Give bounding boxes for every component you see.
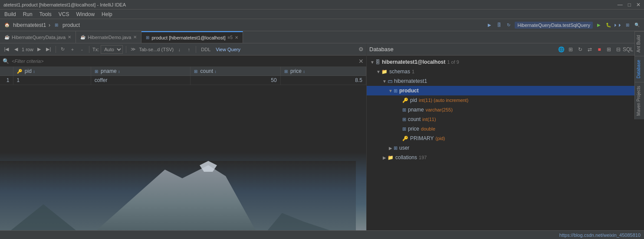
db-stop-icon[interactable]: ■ bbox=[595, 46, 603, 53]
tab-close-button[interactable]: ✕ bbox=[68, 35, 71, 39]
db-sync-icon[interactable]: ⇄ bbox=[586, 46, 594, 53]
db-refresh-icon[interactable]: ↻ bbox=[576, 46, 584, 53]
nav-db-icon[interactable]: 🗄 bbox=[496, 22, 503, 29]
left-panel: |◀ ◀ 1 row ▶ ▶| ↻ + - Tx: Auto ≫ Tab-se.… bbox=[0, 43, 366, 239]
toolbar-extra1[interactable]: ⊞ bbox=[624, 22, 631, 29]
search-icon[interactable]: 🔍 bbox=[634, 22, 641, 29]
filter-close-button[interactable]: ✕ bbox=[358, 58, 364, 65]
schemas-arrow: ▼ bbox=[375, 69, 381, 74]
count-column-header[interactable]: ⊞ count ↕ bbox=[191, 67, 280, 76]
collations-count: 197 bbox=[419, 155, 427, 160]
right-panel: Database 🌐 ⊞ ↻ ⇄ ■ ⊞ ⊟ SQL ⊻ ▼ 🗄 hiberna… bbox=[366, 43, 644, 239]
connection-meta: 1 of 9 bbox=[447, 59, 459, 65]
product-table-item[interactable]: ▼ ⊞ product bbox=[367, 86, 644, 95]
prev-row-button[interactable]: ◀ bbox=[12, 46, 20, 53]
count-col-type: int(11) bbox=[422, 117, 436, 122]
table-tab-icon: ⊞ bbox=[146, 35, 149, 40]
title-bar: atetest1.product [hibernatetest1@localho… bbox=[0, 0, 644, 10]
db-connection-item[interactable]: ▼ 🗄 hibernatetest1@localhost 1 of 9 bbox=[367, 57, 644, 67]
run-button[interactable]: ▶ bbox=[595, 22, 602, 29]
cell-pname[interactable]: coffer bbox=[91, 76, 191, 85]
vertical-tab-bar: Ant Build Database Maven Projects bbox=[634, 31, 644, 119]
collations-label: collations bbox=[395, 154, 417, 160]
pid-col-type: int(11) (auto increment) bbox=[419, 98, 468, 103]
user-table-item[interactable]: ▶ ⊞ user bbox=[367, 143, 644, 153]
minimize-button[interactable]: — bbox=[618, 2, 623, 8]
menu-help[interactable]: Help bbox=[99, 10, 115, 18]
tab-hibernate-demo[interactable]: ☕ HibernateDemo.java ✕ bbox=[76, 31, 141, 43]
price-column-item[interactable]: ⊞ price double bbox=[367, 124, 644, 134]
maximize-button[interactable]: □ bbox=[628, 2, 631, 8]
project-label[interactable]: hibernatetest1 bbox=[13, 22, 46, 28]
db-table-icon[interactable]: ⊞ bbox=[605, 46, 613, 53]
pname-col-icon: ⊞ bbox=[95, 69, 98, 74]
pname-column-item[interactable]: ⊞ pname varchar(255) bbox=[367, 105, 644, 115]
db-expand-icon[interactable]: ⊞ bbox=[567, 46, 575, 53]
database-vtab[interactable]: Database bbox=[635, 56, 644, 82]
add-row-button[interactable]: + bbox=[69, 46, 76, 53]
nav-run-icon[interactable]: ▶ bbox=[486, 22, 493, 29]
filter-input[interactable] bbox=[12, 59, 356, 64]
ant-build-vtab[interactable]: Ant Build bbox=[635, 31, 644, 56]
view-query-button[interactable]: View Query bbox=[214, 46, 242, 52]
primary-key-icon: 🔑 bbox=[402, 136, 408, 141]
schemas-item[interactable]: ▼ 📁 schemas 1 bbox=[367, 67, 644, 76]
java-file-icon: ☕ bbox=[4, 35, 10, 39]
count-column-item[interactable]: ⊞ count int(11) bbox=[367, 115, 644, 124]
table-row[interactable]: 1 1 coffer 50 8.5 bbox=[0, 76, 366, 85]
first-row-button[interactable]: |◀ bbox=[3, 46, 10, 53]
tab-close-button-3[interactable]: ✕ bbox=[235, 35, 238, 40]
ddl-button[interactable]: DDL bbox=[199, 46, 212, 52]
pid-col-name: pid bbox=[410, 97, 417, 103]
menu-run[interactable]: Run bbox=[20, 10, 35, 18]
menu-bar: Build Run Tools VCS Window Help bbox=[0, 10, 644, 19]
remove-row-button[interactable]: - bbox=[78, 46, 86, 53]
tx-select[interactable]: Auto bbox=[101, 45, 123, 54]
pname-col-type: varchar(255) bbox=[426, 107, 453, 112]
primary-index-item[interactable]: 🔑 PRIMARY (pid) bbox=[367, 134, 644, 143]
db-globe-icon[interactable]: 🌐 bbox=[557, 46, 565, 53]
pid-column-item[interactable]: 🔑 pid int(11) (auto increment) bbox=[367, 95, 644, 105]
maven-vtab[interactable]: Maven Projects bbox=[635, 82, 644, 119]
menu-vcs[interactable]: VCS bbox=[56, 10, 72, 18]
menu-build[interactable]: Build bbox=[2, 10, 19, 18]
schema-item[interactable]: ▼ 🗃 hibernatetest1 bbox=[367, 76, 644, 86]
import-btn[interactable]: ↑ bbox=[185, 46, 193, 53]
db-grid-icon[interactable]: ⊟ bbox=[614, 46, 622, 53]
tab-hibernate-query[interactable]: ☕ HibernateQueryData.java ✕ bbox=[0, 31, 76, 43]
cell-pid[interactable]: 1 bbox=[13, 76, 91, 85]
debug-icon[interactable]: 🐛 bbox=[605, 22, 612, 29]
price-sort-icon[interactable]: ↕ bbox=[303, 69, 305, 74]
refresh-button[interactable]: ↻ bbox=[59, 46, 67, 53]
row-num-header bbox=[0, 67, 13, 76]
settings-gear-icon[interactable]: ⚙ bbox=[358, 46, 364, 52]
count-sort-icon[interactable]: ↕ bbox=[214, 69, 217, 74]
table-label[interactable]: product bbox=[62, 22, 80, 28]
separator-1 bbox=[56, 46, 56, 53]
pname-sort-icon[interactable]: ↕ bbox=[118, 69, 120, 74]
project-icon: 🏠 bbox=[3, 22, 10, 29]
pid-key-icon: 🔑 bbox=[17, 69, 22, 74]
tab-close-button-2[interactable]: ✕ bbox=[133, 35, 137, 39]
price-column-header[interactable]: ⊞ price ↕ bbox=[280, 67, 366, 76]
cell-count[interactable]: 50 bbox=[191, 76, 280, 85]
tab-product[interactable]: ⊞ product [hibernatetest1@localhost] ≡5 … bbox=[141, 31, 243, 43]
last-row-button[interactable]: ▶| bbox=[45, 46, 53, 53]
user-table-name: user bbox=[399, 145, 409, 151]
resume-icon[interactable]: ⏵⏵ bbox=[614, 22, 621, 29]
pid-sort-icon[interactable]: ↕ bbox=[33, 69, 35, 74]
pname-column-header[interactable]: ⊞ pname ↕ bbox=[91, 67, 191, 76]
schema-arrow: ▼ bbox=[381, 79, 388, 84]
db-sql-icon[interactable]: SQL bbox=[624, 46, 632, 53]
menu-tools[interactable]: Tools bbox=[37, 10, 54, 18]
close-button[interactable]: ✕ bbox=[636, 2, 641, 8]
cell-price[interactable]: 8.5 bbox=[280, 76, 366, 85]
menu-window[interactable]: Window bbox=[73, 10, 97, 18]
pid-column-header[interactable]: 🔑 pid ↕ bbox=[13, 67, 91, 76]
collations-item[interactable]: ▶ 📁 collations 197 bbox=[367, 153, 644, 162]
col-btn[interactable]: ≫ bbox=[129, 46, 137, 53]
nav-refresh-icon[interactable]: ↻ bbox=[505, 22, 512, 29]
export-btn[interactable]: ↓ bbox=[175, 46, 183, 53]
run-config-label[interactable]: HibernateQueryData.testSqlQuery bbox=[515, 22, 593, 29]
next-row-button[interactable]: ▶ bbox=[35, 46, 43, 53]
